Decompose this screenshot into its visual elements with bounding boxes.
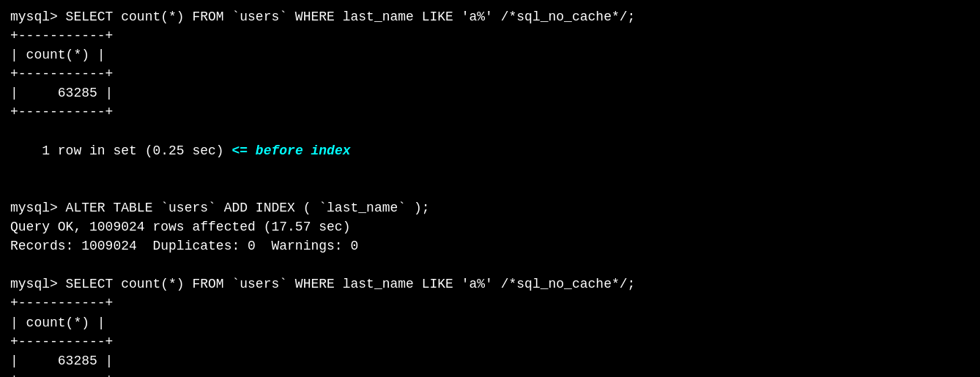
line-4: +-----------+	[10, 64, 970, 83]
line-3: | count(*) |	[10, 45, 970, 64]
line-7-prefix: 1 row in set (0.25 sec)	[42, 143, 231, 158]
line-13: mysql> SELECT count(*) FROM `users` WHER…	[10, 275, 970, 294]
line-2: +-----------+	[10, 26, 970, 45]
line-6: +-----------+	[10, 102, 970, 122]
line-16: +-----------+	[10, 332, 970, 351]
line-14: +-----------+	[10, 294, 970, 313]
line-15: | count(*) |	[10, 313, 970, 332]
line-5: | 63285 |	[10, 83, 970, 102]
line-11: Records: 1009024 Duplicates: 0 Warnings:…	[10, 236, 970, 255]
line-8	[10, 179, 970, 198]
line-18: +-----------+	[10, 370, 970, 377]
line-10: Query OK, 1009024 rows affected (17.57 s…	[10, 217, 970, 236]
terminal-window: mysql> SELECT count(*) FROM `users` WHER…	[0, 0, 980, 377]
line-7: 1 row in set (0.25 sec) <= before index	[10, 122, 970, 179]
line-17: | 63285 |	[10, 351, 970, 370]
line-9: mysql> ALTER TABLE `users` ADD INDEX ( `…	[10, 198, 970, 217]
line-1: mysql> SELECT count(*) FROM `users` WHER…	[10, 7, 970, 26]
before-index-label: <= before index	[231, 143, 350, 158]
line-12	[10, 255, 970, 275]
